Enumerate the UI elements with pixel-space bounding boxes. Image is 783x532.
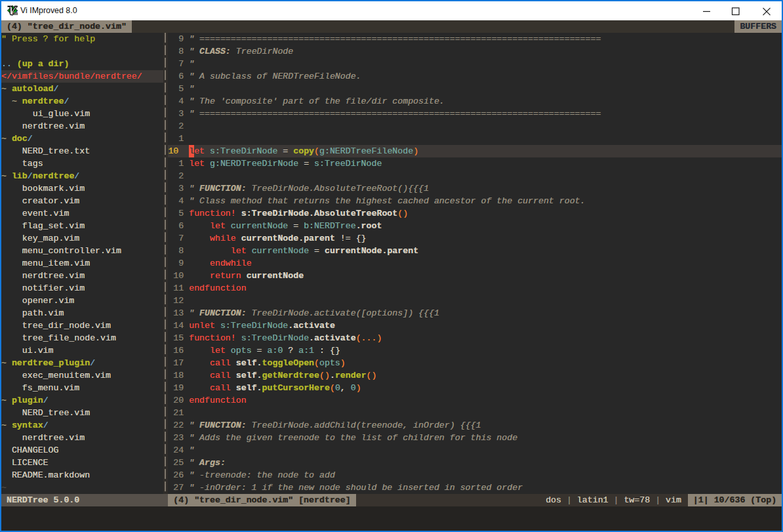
svg-text:im: im bbox=[12, 10, 18, 16]
